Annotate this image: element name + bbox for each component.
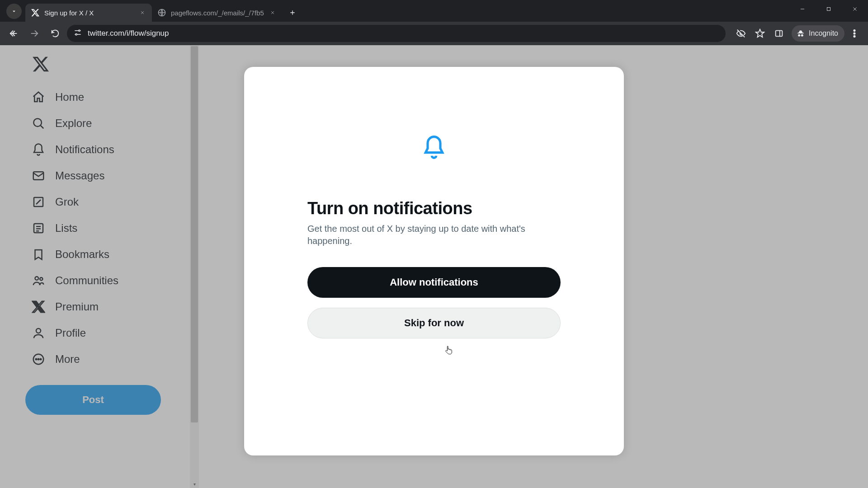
- browser-tab-inactive[interactable]: pageflows.com/_/emails/_/7fb5: [152, 4, 282, 22]
- page-viewport: Home Explore Notifications Messages Grok: [0, 45, 868, 488]
- close-icon: [852, 6, 858, 12]
- tab-title: Sign up for X / X: [44, 9, 134, 17]
- svg-point-6: [801, 34, 803, 37]
- kebab-icon: [849, 28, 859, 38]
- svg-point-8: [854, 33, 855, 34]
- window-controls: [789, 0, 868, 22]
- tune-icon: [73, 28, 82, 37]
- browser-menu-button[interactable]: [845, 24, 863, 42]
- svg-point-2: [79, 30, 80, 31]
- window-maximize-button[interactable]: [816, 0, 842, 18]
- eye-off-icon: [736, 28, 746, 38]
- skip-for-now-button[interactable]: Skip for now: [307, 308, 561, 338]
- maximize-icon: [826, 6, 832, 12]
- new-tab-button[interactable]: [285, 5, 300, 20]
- incognito-chip[interactable]: Incognito: [792, 25, 844, 42]
- modal-bell-icon: [307, 135, 561, 160]
- arrow-right-icon: [29, 28, 39, 38]
- modal-title: Turn on notifications: [307, 199, 561, 218]
- panel-icon: [774, 28, 784, 38]
- arrow-left-icon: [9, 28, 19, 38]
- tab-close-button[interactable]: [269, 9, 277, 17]
- close-icon: [140, 10, 145, 15]
- window-minimize-button[interactable]: [789, 0, 816, 18]
- svg-point-3: [75, 33, 77, 35]
- bookmark-button[interactable]: [751, 24, 769, 42]
- allow-notifications-button[interactable]: Allow notifications: [307, 267, 561, 298]
- url-text: twitter.com/i/flow/signup: [88, 29, 169, 38]
- incognito-label: Incognito: [809, 29, 838, 38]
- nav-back-button[interactable]: [5, 24, 23, 42]
- nav-reload-button[interactable]: [46, 24, 64, 42]
- svg-point-9: [854, 36, 855, 37]
- browser-tab-active[interactable]: Sign up for X / X: [25, 4, 152, 22]
- side-panel-button[interactable]: [770, 24, 788, 42]
- site-settings-button[interactable]: [73, 28, 82, 39]
- incognito-icon: [796, 29, 805, 38]
- modal-description: Get the most out of X by staying up to d…: [307, 223, 561, 247]
- close-icon: [270, 10, 275, 15]
- tab-search-button[interactable]: [6, 4, 22, 19]
- tab-title: pageflows.com/_/emails/_/7fb5: [171, 9, 264, 17]
- tracking-blocked-button[interactable]: [732, 24, 750, 42]
- svg-point-5: [798, 34, 800, 37]
- chevron-down-icon: [11, 8, 17, 14]
- svg-rect-4: [776, 31, 783, 37]
- allow-notifications-label: Allow notifications: [390, 277, 478, 288]
- browser-toolbar: twitter.com/i/flow/signup Incognito: [0, 22, 868, 45]
- window-close-button[interactable]: [842, 0, 868, 18]
- tab-close-button[interactable]: [138, 9, 146, 17]
- minimize-icon: [799, 6, 806, 12]
- svg-rect-1: [827, 8, 830, 11]
- address-bar[interactable]: twitter.com/i/flow/signup: [67, 25, 726, 42]
- skip-for-now-label: Skip for now: [404, 317, 464, 329]
- tab-strip: Sign up for X / X pageflows.com/_/emails…: [0, 0, 868, 22]
- x-favicon-icon: [31, 8, 40, 17]
- notifications-modal: Turn on notifications Get the most out o…: [244, 67, 624, 455]
- svg-point-7: [854, 30, 855, 31]
- star-icon: [755, 28, 765, 38]
- plus-icon: [289, 9, 296, 16]
- reload-icon: [50, 28, 60, 38]
- globe-favicon-icon: [157, 8, 166, 17]
- nav-forward-button[interactable]: [25, 24, 43, 42]
